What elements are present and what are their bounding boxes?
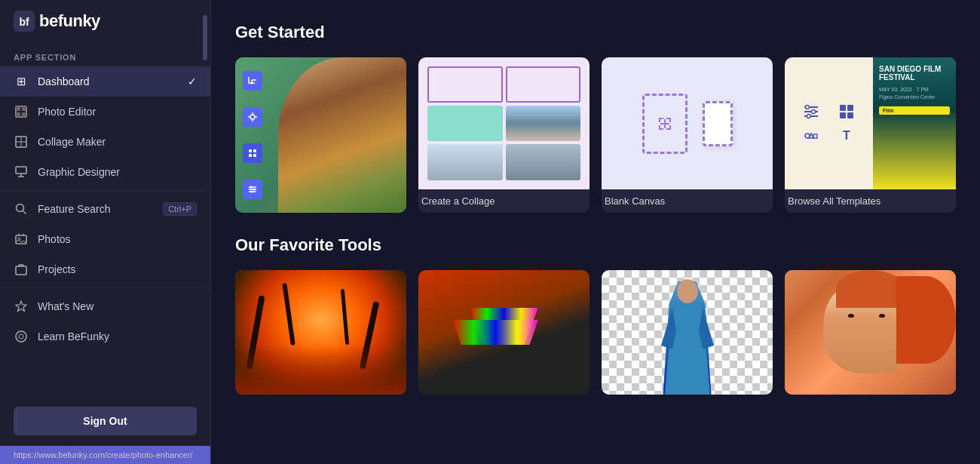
crop-tool-icon	[243, 71, 262, 91]
svg-rect-29	[253, 154, 256, 157]
collage-cell-building	[427, 144, 503, 180]
sidebar-item-photo-editor[interactable]: Photo Editor	[0, 97, 210, 127]
svg-point-16	[18, 238, 20, 240]
svg-text:T: T	[843, 129, 850, 142]
collage-cell-2	[506, 66, 581, 103]
favorite-tools-title: Our Favorite Tools	[235, 235, 956, 255]
sidebar: bf befunky App Section Dashboard ✓ Photo…	[0, 0, 211, 464]
glitch-strip	[452, 320, 538, 345]
svg-marker-18	[16, 301, 26, 312]
tmpl-text-icon: T	[833, 128, 862, 144]
blank-shape-1	[642, 94, 688, 154]
graphic-designer-icon	[14, 164, 29, 180]
sign-out-area: Sign Out	[0, 396, 210, 446]
svg-rect-27	[253, 149, 256, 152]
svg-rect-48	[813, 134, 817, 138]
sidebar-item-whats-new[interactable]: What's New	[0, 291, 210, 321]
blank-plus-icon	[659, 118, 671, 130]
collage-cell-1	[427, 66, 503, 103]
logo-icon: bf	[14, 11, 35, 32]
effects-tool-icon	[243, 143, 262, 163]
learn-befunky-icon	[14, 329, 29, 344]
app-section-label: App Section	[0, 42, 210, 66]
poster-badge: Film	[879, 106, 950, 115]
sidebar-item-collage-maker[interactable]: Collage Maker	[0, 127, 210, 157]
svg-point-50	[677, 279, 698, 303]
photo-editor-icon	[14, 104, 29, 119]
pe-tool-icons	[243, 71, 262, 199]
get-started-title: Get Started	[235, 23, 956, 42]
blank-canvas-image	[602, 57, 773, 189]
scroll-thumb	[203, 15, 207, 60]
photo-person	[278, 57, 406, 213]
browse-templates-card[interactable]: T San Diego Film Festival May 03, 2022 ·…	[785, 57, 956, 213]
get-started-cards: Edit a Photo Create a Collage	[235, 57, 956, 213]
sidebar-item-learn-befunky[interactable]: Learn BeFunky	[0, 321, 210, 352]
sidebar-item-feature-search[interactable]: Feature Search Ctrl+P	[0, 194, 210, 224]
brightness-tool-icon	[243, 107, 262, 127]
cutout-tool-card[interactable]	[602, 270, 773, 395]
edit-photo-image	[235, 57, 406, 213]
sidebar-item-projects[interactable]: Projects	[0, 254, 210, 284]
blank-canvas-card[interactable]: Blank Canvas	[602, 57, 773, 213]
dashboard-icon	[14, 74, 29, 89]
favorite-tools-cards	[235, 270, 956, 395]
svg-point-21	[250, 115, 255, 119]
glitch-tool-card[interactable]	[418, 270, 590, 395]
poster-title: San Diego Film Festival	[879, 65, 950, 81]
projects-icon	[14, 262, 29, 277]
status-bar: https://www.befunky.com/create/photo-enh…	[0, 446, 210, 464]
svg-rect-42	[840, 105, 846, 111]
logo-text: befunky	[39, 11, 100, 31]
blank-canvas-label: Blank Canvas	[602, 189, 773, 213]
svg-point-34	[253, 189, 256, 191]
artsy-tool-card[interactable]	[235, 270, 406, 395]
collage-maker-label: Collage Maker	[38, 136, 106, 148]
sidebar-item-graphic-designer[interactable]: Graphic Designer	[0, 157, 210, 187]
collage-row-2	[427, 106, 580, 142]
svg-point-13	[17, 204, 24, 212]
whats-new-icon	[14, 299, 29, 314]
svg-point-40	[811, 109, 815, 113]
svg-point-33	[250, 186, 253, 189]
browse-templates-image: T San Diego Film Festival May 03, 2022 ·…	[785, 57, 956, 189]
portrait-tool-card[interactable]	[785, 270, 956, 395]
photos-label: Photos	[38, 233, 71, 245]
svg-rect-3	[16, 106, 20, 111]
photo-bg	[278, 57, 406, 213]
svg-point-41	[807, 114, 810, 118]
poster-date: May 03, 2022 · 7 PM	[879, 86, 950, 94]
scroll-indicator[interactable]	[203, 0, 207, 464]
create-collage-label: Create a Collage	[418, 189, 590, 213]
blank-shapes	[602, 57, 773, 189]
whats-new-label: What's New	[38, 300, 93, 312]
create-collage-card[interactable]: Create a Collage	[418, 57, 590, 213]
nav-divider-2	[0, 287, 210, 288]
collage-row-1	[427, 66, 580, 103]
browse-templates-label: Browse All Templates	[785, 189, 956, 213]
tmpl-sliders-icon	[797, 103, 825, 120]
svg-rect-26	[249, 149, 252, 152]
svg-text:bf: bf	[19, 16, 29, 28]
svg-rect-45	[847, 112, 853, 118]
tmpl-layout-icon	[833, 103, 862, 120]
artsy-tool-image	[235, 270, 406, 395]
collage-row-3	[427, 144, 580, 180]
svg-rect-10	[16, 167, 26, 174]
edit-photo-card[interactable]: Edit a Photo	[235, 57, 406, 213]
sign-out-button[interactable]: Sign Out	[14, 407, 197, 435]
sidebar-item-photos[interactable]: Photos	[0, 224, 210, 254]
adjust-tool-icon	[243, 180, 262, 199]
feature-search-shortcut: Ctrl+P	[163, 202, 197, 216]
svg-rect-17	[16, 266, 26, 275]
tmpl-shapes-icon	[797, 128, 825, 144]
sidebar-item-dashboard[interactable]: Dashboard ✓	[0, 66, 210, 97]
svg-rect-28	[249, 154, 252, 157]
learn-befunky-label: Learn BeFunky	[38, 330, 109, 343]
photo-editor-label: Photo Editor	[38, 106, 96, 118]
create-collage-image	[418, 57, 590, 189]
dashboard-label: Dashboard	[38, 75, 90, 88]
svg-point-19	[16, 331, 26, 342]
svg-point-39	[805, 105, 809, 109]
logo-area[interactable]: bf befunky	[0, 0, 210, 42]
